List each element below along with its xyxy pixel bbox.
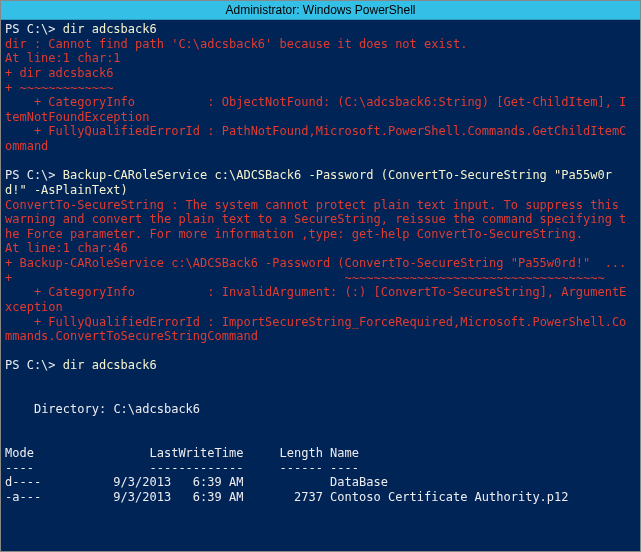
- title-bar[interactable]: Administrator: Windows PowerShell: [1, 1, 640, 20]
- prompt: PS C:\>: [5, 168, 63, 182]
- powershell-window: Administrator: Windows PowerShell PS C:\…: [0, 0, 641, 552]
- error-output: dir : Cannot find path 'C:\adcsback6' be…: [5, 37, 626, 153]
- terminal-viewport[interactable]: PS C:\> dir adcsback6 dir : Cannot find …: [1, 20, 640, 551]
- command-text: dir adcsback6: [63, 358, 157, 372]
- dir-output: Directory: C:\adcsback6 Mode LastWriteTi…: [5, 402, 569, 504]
- prompt: PS C:\>: [5, 358, 63, 372]
- command-text: dir adcsback6: [63, 22, 157, 36]
- error-output: ConvertTo-SecureString : The system cann…: [5, 198, 626, 344]
- prompt: PS C:\>: [5, 22, 63, 36]
- command-text: Backup-CARoleService c:\ADCSBack6 -Passw…: [5, 168, 612, 197]
- window-title: Administrator: Windows PowerShell: [225, 3, 415, 17]
